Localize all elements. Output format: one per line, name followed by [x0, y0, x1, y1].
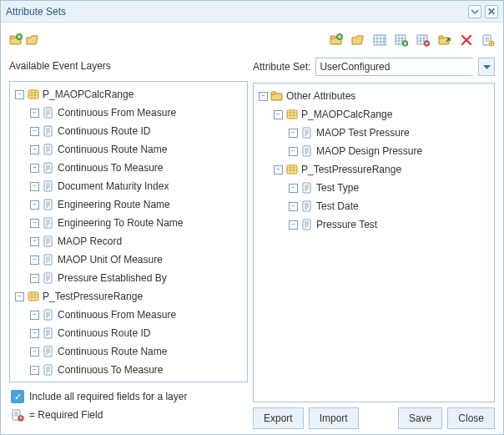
attribute-sets-window: Attribute Sets ✕ Available Event Layers … [0, 0, 504, 435]
layer-icon [285, 108, 299, 121]
required-field-icon [11, 408, 24, 422]
tree-node-label: MAOP Record [58, 235, 122, 247]
doc-icon [300, 181, 314, 195]
layer-field[interactable]: −MAOP Record [12, 232, 245, 250]
tree-toggle[interactable]: − [289, 147, 298, 156]
new-folder-icon[interactable] [330, 33, 343, 47]
tree-toggle[interactable]: − [30, 145, 39, 154]
attr-group[interactable]: −P_TestPressureRange [255, 160, 492, 179]
tree-node-label: Continuous Route Name [58, 346, 167, 357]
tree-toggle[interactable]: − [274, 165, 283, 175]
tree-toggle[interactable]: − [15, 292, 24, 301]
window-title: Attribute Sets [6, 6, 66, 18]
layer-field[interactable]: −Document Maturity Index [12, 177, 245, 195]
tree-toggle[interactable]: − [30, 347, 39, 357]
expand-all-icon[interactable] [9, 33, 23, 47]
tree-node-label: P_MAOPCalcRange [301, 109, 392, 120]
collapse-all-icon[interactable] [26, 33, 39, 47]
right-toolbar [253, 28, 495, 53]
layer-field[interactable]: −Continuous To Measure [12, 159, 245, 177]
tree-toggle[interactable]: − [30, 109, 39, 118]
attr-group[interactable]: −P_MAOPCalcRange [255, 105, 492, 124]
tree-node-label: Continuous From Measure [58, 309, 176, 321]
close-window-button[interactable]: ✕ [485, 5, 498, 18]
layer-field[interactable]: −Continuous From Measure [12, 306, 245, 324]
folder-share-icon[interactable] [438, 33, 451, 47]
include-required-checkbox[interactable]: ✓ [11, 390, 24, 403]
tree-toggle[interactable]: − [30, 274, 39, 283]
doc-icon [300, 126, 314, 139]
attr-field[interactable]: −Test Date [255, 197, 492, 215]
doc-icon [42, 235, 55, 248]
grid-remove-icon[interactable] [416, 33, 430, 47]
attribute-set-dropdown[interactable]: UserConfigured [315, 58, 473, 76]
tree-node-label: Continuous To Measure [58, 364, 164, 376]
layer-group[interactable]: −P_TestPressureRange [12, 287, 245, 306]
available-layers-scroll[interactable]: −P_MAOPCalcRange−Continuous From Measure… [10, 82, 247, 382]
tree-toggle[interactable]: − [30, 366, 39, 375]
doc-icon [42, 180, 55, 193]
tree-toggle[interactable]: − [289, 202, 298, 211]
attr-field[interactable]: −MAOP Design Pressure [255, 142, 492, 160]
tree-node-label: Other Attributes [286, 90, 355, 102]
layer-field[interactable]: −MAOP Unit Of Measure [12, 250, 245, 269]
attr-field[interactable]: −Test Type [255, 179, 492, 197]
tree-toggle[interactable]: − [289, 129, 298, 138]
required-field-legend: = Required Field [29, 409, 103, 421]
tree-toggle[interactable]: − [30, 200, 39, 210]
layer-field[interactable]: −Continuous To Measure [12, 361, 245, 379]
tree-toggle[interactable]: − [289, 220, 298, 230]
delete-icon[interactable] [460, 33, 473, 47]
attr-field[interactable]: −Pressure Test [255, 215, 492, 234]
save-button[interactable]: Save [398, 407, 442, 429]
doc-icon [300, 144, 314, 158]
attribute-set-scroll[interactable]: −Other Attributes−P_MAOPCalcRange−MAOP T… [254, 83, 494, 402]
tree-node-label: MAOP Test Pressure [316, 127, 410, 139]
doc-icon [42, 271, 55, 285]
layer-field[interactable]: −Continuous Route Name [12, 140, 245, 159]
tree-toggle[interactable]: − [30, 182, 39, 191]
tree-toggle[interactable]: − [15, 90, 24, 99]
attr-field[interactable]: −MAOP Test Pressure [255, 124, 492, 142]
layer-field[interactable]: −Continuous Route Name [12, 342, 245, 361]
doc-icon [42, 143, 55, 156]
open-folder-icon[interactable] [351, 33, 365, 47]
grid-icon[interactable] [373, 33, 386, 47]
properties-icon[interactable] [481, 33, 495, 47]
export-button[interactable]: Export [253, 407, 304, 429]
grid-add-icon[interactable] [395, 33, 408, 47]
layer-group[interactable]: −P_MAOPCalcRange [12, 85, 245, 104]
layer-field[interactable]: −Continuous From Measure [12, 104, 245, 122]
tree-node-label: Pressure Established By [58, 272, 167, 284]
tree-toggle[interactable]: − [30, 237, 39, 246]
tree-node-label: Continuous Route ID [58, 125, 150, 137]
tree-toggle[interactable]: − [30, 127, 39, 136]
tree-node-label: Continuous Route Name [58, 144, 167, 155]
tree-node-label: Engineering Route Name [58, 199, 170, 210]
layer-field[interactable]: −Continuous Route ID [12, 122, 245, 140]
attribute-set-tree: −Other Attributes−P_MAOPCalcRange−MAOP T… [253, 83, 495, 402]
tree-toggle[interactable]: − [30, 311, 39, 320]
available-layers-label: Available Event Layers [9, 56, 248, 76]
layer-field[interactable]: −Pressure Established By [12, 269, 245, 287]
close-button[interactable]: Close [447, 407, 495, 429]
tree-toggle[interactable]: − [289, 184, 298, 193]
tree-node-label: Continuous Route ID [58, 327, 150, 339]
tree-toggle[interactable]: − [259, 92, 268, 101]
tree-toggle[interactable]: − [30, 219, 39, 228]
titlebar: Attribute Sets ✕ [1, 1, 503, 23]
layer-field[interactable]: −Engineering Route Name [12, 195, 245, 214]
tree-toggle[interactable]: − [30, 164, 39, 173]
tree-toggle[interactable]: − [30, 329, 39, 338]
collapse-button[interactable] [468, 5, 481, 18]
layer-field[interactable]: −Engineering To Route Name [12, 214, 245, 232]
attribute-set-dropdown-button[interactable] [478, 58, 495, 76]
tree-toggle[interactable]: − [274, 110, 283, 119]
doc-icon [300, 218, 314, 231]
import-button[interactable]: Import [309, 407, 359, 429]
layer-field[interactable]: −Continuous Route ID [12, 324, 245, 342]
doc-icon [42, 216, 55, 230]
layer-icon [27, 88, 40, 101]
tree-toggle[interactable]: − [30, 255, 39, 265]
attr-folder-root[interactable]: −Other Attributes [255, 87, 492, 105]
